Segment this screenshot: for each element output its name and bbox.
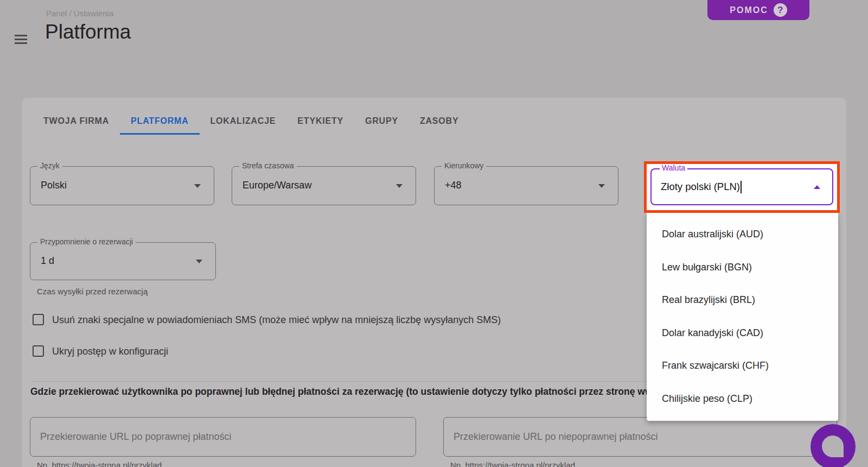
language-select[interactable]: Język Polski <box>30 166 214 205</box>
chevron-down-icon <box>396 184 403 188</box>
redirect-success-url-input[interactable] <box>30 417 416 457</box>
help-button-label: POMOC <box>730 5 768 15</box>
currency-dropdown-menu: Dolar australijski (AUD) Lew bułgarski (… <box>647 213 838 421</box>
hide-progress-checkbox-row[interactable]: Ukryj postęp w konfiguracji <box>33 345 168 358</box>
tab-zasoby[interactable]: ZASOBY <box>409 109 469 135</box>
language-select-value: Polski <box>41 167 67 204</box>
text-cursor <box>741 181 742 193</box>
page-title: Platforma <box>45 21 131 43</box>
sms-special-chars-checkbox-row[interactable]: Usuń znaki specjalne w powiadomieniach S… <box>33 314 501 326</box>
tab-grupy[interactable]: GRUPY <box>354 109 409 135</box>
chat-bubble-icon <box>822 436 844 457</box>
currency-option-clp[interactable]: Chilijskie peso (CLP) <box>647 382 838 415</box>
dial-code-select[interactable]: Kierunkowy +48 <box>434 166 618 205</box>
hide-progress-label: Ukryj postęp w konfiguracji <box>52 345 168 358</box>
checkbox-unchecked-icon[interactable] <box>33 314 44 325</box>
currency-select-value: Złoty polski (PLN) <box>661 169 742 204</box>
currency-option-chf[interactable]: Frank szwajcarski (CHF) <box>647 349 838 382</box>
tab-etykiety[interactable]: ETYKIETY <box>286 109 354 135</box>
currency-option-bgn[interactable]: Lew bułgarski (BGN) <box>647 251 838 284</box>
chevron-down-icon <box>196 260 202 263</box>
timezone-select[interactable]: Strefa czasowa Europe/Warsaw <box>232 166 416 205</box>
tab-platforma[interactable]: PLATFORMA <box>120 109 199 135</box>
tab-lokalizacje[interactable]: LOKALIZACJE <box>200 109 287 135</box>
tab-twoja-firma[interactable]: TWOJA FIRMA <box>33 109 120 135</box>
breadcrumb[interactable]: Panel / Ustawienia <box>46 9 113 18</box>
chevron-down-icon <box>194 184 201 188</box>
sms-special-chars-label: Usuń znaki specjalne w powiadomieniach S… <box>52 314 501 326</box>
tab-bar: TWOJA FIRMA PLATFORMA LOKALIZACJE ETYKIE… <box>33 109 469 135</box>
question-mark-icon: ? <box>774 3 787 17</box>
currency-select[interactable]: Waluta Złoty polski (PLN) <box>650 168 833 205</box>
dial-code-select-value: +48 <box>445 167 462 204</box>
annotation-highlight-box: Waluta Złoty polski (PLN) <box>644 161 840 213</box>
currency-option-cad[interactable]: Dolar kanadyjski (CAD) <box>647 317 838 350</box>
redirect-fail-url-input[interactable] <box>443 417 837 457</box>
currency-option-aud[interactable]: Dolar australijski (AUD) <box>647 218 838 251</box>
reminder-helper-text: Czas wysyłki przed rezerwacją <box>37 287 148 296</box>
checkbox-unchecked-icon[interactable] <box>33 345 44 357</box>
redirect-success-helper-text: Np. https://twoja-strona.pl/przyklad <box>37 460 162 467</box>
currency-option-brl[interactable]: Real brazylijski (BRL) <box>647 283 838 317</box>
redirect-heading: Gdzie przekierować użytkownika po popraw… <box>30 386 670 397</box>
chat-widget-button[interactable] <box>810 424 856 467</box>
help-button[interactable]: POMOC ? <box>707 0 809 20</box>
redirect-fail-helper-text: Np. https://twoja-strona.pl/przyklad <box>450 460 575 467</box>
timezone-select-value: Europe/Warsaw <box>242 167 311 204</box>
chevron-up-icon <box>814 185 820 189</box>
reminder-select[interactable]: Przypomnienie o rezerwacji 1 d <box>30 242 216 280</box>
reminder-select-value: 1 d <box>41 243 54 279</box>
settings-page: Panel / Ustawienia Platforma POMOC ? TWO… <box>0 0 868 467</box>
chevron-down-icon <box>598 184 605 188</box>
hamburger-menu-icon[interactable] <box>15 35 27 47</box>
